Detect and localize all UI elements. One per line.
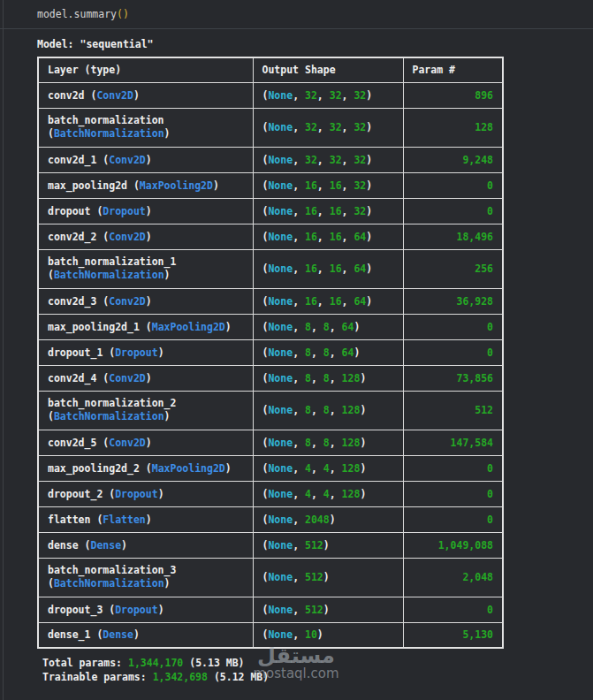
output-shape-cell: (None, 8, 8, 64) bbox=[253, 339, 403, 365]
param-count-cell: 36,928 bbox=[403, 288, 503, 314]
layer-type-cell: conv2d (Conv2D) bbox=[38, 82, 253, 108]
header-layer-type: Layer (type) bbox=[38, 57, 253, 82]
table-row: conv2d_1 (Conv2D)(None, 32, 32, 32)9,248 bbox=[38, 147, 503, 172]
param-count-cell: 0 bbox=[403, 481, 503, 506]
output-shape-cell: (None, 16, 16, 32) bbox=[253, 172, 403, 198]
table-row: dense_1 (Dense)(None, 10)5,130 bbox=[38, 622, 503, 648]
params-totals: Total params: 1,344,170 (5.13 MB) Traina… bbox=[42, 657, 593, 684]
layer-type-cell: flatten (Flatten) bbox=[38, 506, 253, 532]
layer-type-cell: conv2d_4 (Conv2D) bbox=[38, 365, 253, 391]
output-shape-cell: (None, 32, 32, 32) bbox=[253, 82, 403, 108]
header-param-count: Param # bbox=[403, 57, 503, 82]
cell-left-border bbox=[3, 0, 4, 700]
total-params-label: Total params: bbox=[42, 657, 122, 669]
param-count-cell: 896 bbox=[403, 82, 503, 108]
param-count-cell: 18,496 bbox=[403, 224, 503, 249]
output-shape-cell: (None, 16, 16, 64) bbox=[253, 224, 403, 249]
output-shape-cell: (None, 16, 16, 64) bbox=[253, 288, 403, 314]
param-count-cell: 5,130 bbox=[403, 622, 503, 648]
layer-type-cell: dense_1 (Dense) bbox=[38, 622, 253, 648]
table-row: batch_normalization_3(BatchNormalization… bbox=[38, 558, 503, 597]
total-params-value: 1,344,170 bbox=[128, 657, 183, 669]
param-count-cell: 147,584 bbox=[403, 430, 503, 455]
code-text: model.summary bbox=[37, 8, 117, 20]
layer-type-cell: max_pooling2d_1 (MaxPooling2D) bbox=[38, 314, 253, 339]
output-shape-cell: (None, 4, 4, 128) bbox=[253, 455, 403, 481]
param-count-cell: 1,049,088 bbox=[403, 532, 503, 558]
param-count-cell: 256 bbox=[403, 249, 503, 288]
table-row: conv2d (Conv2D)(None, 32, 32, 32)896 bbox=[38, 82, 503, 108]
layer-type-cell: max_pooling2d (MaxPooling2D) bbox=[38, 172, 253, 198]
output-shape-cell: (None, 512) bbox=[253, 597, 403, 622]
total-params-line: Total params: 1,344,170 (5.13 MB) bbox=[42, 657, 593, 671]
table-row: max_pooling2d_1 (MaxPooling2D)(None, 8, … bbox=[38, 314, 503, 339]
param-count-cell: 512 bbox=[403, 391, 503, 430]
param-count-cell: 9,248 bbox=[403, 147, 503, 172]
param-count-cell: 0 bbox=[403, 506, 503, 532]
code-parens: () bbox=[117, 8, 129, 20]
table-row: dropout_1 (Dropout)(None, 8, 8, 64)0 bbox=[38, 339, 503, 365]
param-count-cell: 0 bbox=[403, 455, 503, 481]
param-count-cell: 0 bbox=[403, 172, 503, 198]
output-shape-cell: (None, 8, 8, 128) bbox=[253, 430, 403, 455]
table-row: dropout_2 (Dropout)(None, 4, 4, 128)0 bbox=[38, 481, 503, 506]
table-row: conv2d_4 (Conv2D)(None, 8, 8, 128)73,856 bbox=[38, 365, 503, 391]
table-row: batch_normalization_1(BatchNormalization… bbox=[38, 249, 503, 288]
layer-type-cell: batch_normalization_2(BatchNormalization… bbox=[38, 391, 253, 430]
layer-type-cell: dropout (Dropout) bbox=[38, 198, 253, 224]
table-row: max_pooling2d_2 (MaxPooling2D)(None, 4, … bbox=[38, 455, 503, 481]
table-row: dropout_3 (Dropout)(None, 512)0 bbox=[38, 597, 503, 622]
table-row: conv2d_5 (Conv2D)(None, 8, 8, 128)147,58… bbox=[38, 430, 503, 455]
layer-type-cell: dropout_3 (Dropout) bbox=[38, 597, 253, 622]
output-shape-cell: (None, 16, 16, 64) bbox=[253, 249, 403, 288]
param-count-cell: 0 bbox=[403, 198, 503, 224]
output-shape-cell: (None, 16, 16, 32) bbox=[253, 198, 403, 224]
layer-type-cell: batch_normalization(BatchNormalization) bbox=[38, 108, 253, 147]
output-area: Model: "sequential" Layer (type) Output … bbox=[0, 38, 593, 684]
output-shape-cell: (None, 4, 4, 128) bbox=[253, 481, 403, 506]
output-shape-cell: (None, 8, 8, 128) bbox=[253, 391, 403, 430]
header-output-shape: Output Shape bbox=[253, 57, 403, 82]
table-header-row: Layer (type) Output Shape Param # bbox=[38, 57, 503, 82]
output-shape-cell: (None, 512) bbox=[253, 558, 403, 597]
table-row: conv2d_3 (Conv2D)(None, 16, 16, 64)36,92… bbox=[38, 288, 503, 314]
output-shape-cell: (None, 512) bbox=[253, 532, 403, 558]
table-row: flatten (Flatten)(None, 2048)0 bbox=[38, 506, 503, 532]
output-shape-cell: (None, 32, 32, 32) bbox=[253, 147, 403, 172]
trainable-params-line: Trainable params: 1,342,698 (5.12 MB) bbox=[42, 671, 593, 685]
code-cell[interactable]: model.summary() bbox=[0, 0, 593, 29]
model-summary-table: Layer (type) Output Shape Param # conv2d… bbox=[37, 57, 504, 649]
layer-type-cell: conv2d_1 (Conv2D) bbox=[38, 147, 253, 172]
output-shape-cell: (None, 2048) bbox=[253, 506, 403, 532]
table-row: conv2d_2 (Conv2D)(None, 16, 16, 64)18,49… bbox=[38, 224, 503, 249]
layer-type-cell: dropout_2 (Dropout) bbox=[38, 481, 253, 506]
output-shape-cell: (None, 8, 8, 128) bbox=[253, 365, 403, 391]
layer-type-cell: batch_normalization_1(BatchNormalization… bbox=[38, 249, 253, 288]
trainable-params-label: Trainable params: bbox=[42, 671, 147, 683]
trainable-params-value: 1,342,698 bbox=[153, 671, 208, 683]
layer-type-cell: dense (Dense) bbox=[38, 532, 253, 558]
param-count-cell: 128 bbox=[403, 108, 503, 147]
layer-type-cell: conv2d_5 (Conv2D) bbox=[38, 430, 253, 455]
output-shape-cell: (None, 8, 8, 64) bbox=[253, 314, 403, 339]
layer-type-cell: conv2d_2 (Conv2D) bbox=[38, 224, 253, 249]
table-row: dropout (Dropout)(None, 16, 16, 32)0 bbox=[38, 198, 503, 224]
layer-type-cell: conv2d_3 (Conv2D) bbox=[38, 288, 253, 314]
layer-type-cell: max_pooling2d_2 (MaxPooling2D) bbox=[38, 455, 253, 481]
param-count-cell: 0 bbox=[403, 339, 503, 365]
table-row: max_pooling2d (MaxPooling2D)(None, 16, 1… bbox=[38, 172, 503, 198]
trainable-params-size: (5.12 MB) bbox=[214, 671, 269, 683]
table-row: batch_normalization(BatchNormalization)(… bbox=[38, 108, 503, 147]
model-title: Model: "sequential" bbox=[37, 38, 593, 50]
param-count-cell: 2,048 bbox=[403, 558, 503, 597]
layer-type-cell: batch_normalization_3(BatchNormalization… bbox=[38, 558, 253, 597]
output-shape-cell: (None, 10) bbox=[253, 622, 403, 648]
table-row: dense (Dense)(None, 512)1,049,088 bbox=[38, 532, 503, 558]
total-params-size: (5.13 MB) bbox=[189, 657, 244, 669]
param-count-cell: 73,856 bbox=[403, 365, 503, 391]
table-row: batch_normalization_2(BatchNormalization… bbox=[38, 391, 503, 430]
output-shape-cell: (None, 32, 32, 32) bbox=[253, 108, 403, 147]
param-count-cell: 0 bbox=[403, 314, 503, 339]
param-count-cell: 0 bbox=[403, 597, 503, 622]
layer-type-cell: dropout_1 (Dropout) bbox=[38, 339, 253, 365]
